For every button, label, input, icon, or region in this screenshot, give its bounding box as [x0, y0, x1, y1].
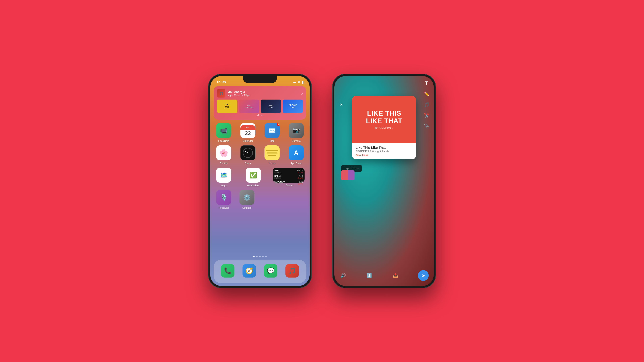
trim-thumbnail[interactable] — [341, 170, 354, 180]
app-camera[interactable]: 📷 Camera — [286, 123, 306, 142]
stock-aapl-symbol: AAPL — [274, 169, 282, 172]
photos-label: Photos — [220, 162, 228, 165]
app-row-2: 🌸 Photos Clock — [214, 145, 306, 165]
notes-line-1 — [266, 150, 278, 151]
notes-line-4 — [268, 155, 276, 156]
stock-divider-1 — [274, 174, 303, 174]
attach-tool-button[interactable]: 📎 — [423, 122, 430, 130]
album-favoritas-label: Mix:favoritas — [246, 104, 252, 108]
app-appstore[interactable]: A App Store — [286, 145, 306, 165]
app-row-1: 📹 FaceTime WED 22 Calendar ✉️ — [214, 123, 306, 142]
dot-5 — [265, 256, 267, 257]
app-mail[interactable]: ✉️ 1 Mail — [262, 123, 282, 142]
stock-row-brl: BRL=X USD/BRL 5,10 -1,36% — [274, 175, 303, 179]
stock-aapl-name: Apple Inc. — [274, 172, 282, 173]
music-widget[interactable]: 🎵 Mix: energia Apple Music de Filipe ♪ C… — [214, 86, 306, 120]
reminders-label: Reminders — [247, 184, 260, 187]
dock-safari[interactable]: 🧭 — [239, 264, 259, 279]
stock-row-aapl: AAPL Apple Inc. 387,11 -0,23% — [274, 169, 303, 173]
facetime-icon: 📹 — [216, 123, 231, 138]
album-replay[interactable]: REPLAY2020 — [283, 99, 303, 113]
dock-phone[interactable]: 📞 — [218, 264, 238, 279]
song-card-service: Apple Music — [356, 154, 412, 156]
widget-header-left: 🎵 Mix: energia Apple Music de Filipe — [217, 89, 250, 97]
stock-brl-symbol: BRL=X — [274, 175, 282, 177]
album-cups[interactable]: CUPSCUPSCUPS — [217, 99, 237, 113]
song-card-artist: BEGINNERS & Night Panda — [356, 150, 412, 153]
album-tones[interactable]: ToNeSANd I — [261, 99, 281, 113]
notch — [243, 76, 277, 83]
music-tool-button[interactable]: 🎵 — [423, 101, 430, 108]
text-tool-button[interactable]: T — [423, 79, 430, 87]
calendar-icon: WED 22 — [240, 123, 256, 138]
phones-container: 15:08 ▪▪▪ ⊛ ▮ 🎵 Mix: energia — [208, 74, 436, 288]
phone2-screen: × T ✏️ 🎵 ✂️ 📎 LIKE THIS LIKE THAT BEGINN… — [334, 76, 434, 286]
stock-aapl-change: -0,23% — [297, 172, 303, 173]
clock-face — [243, 148, 253, 158]
app-podcasts[interactable]: 🎙️ Podcasts — [214, 190, 234, 209]
notes-label: Notes — [269, 162, 275, 165]
music-app-icon: 🎵 — [286, 264, 299, 278]
album-cups-label: CUPSCUPSCUPS — [225, 104, 229, 109]
share-button[interactable]: 📤 — [392, 272, 399, 279]
clock-icon — [240, 145, 256, 160]
album-replay-label: REPLAY2020 — [289, 104, 297, 109]
phone1-screen: 15:08 ▪▪▪ ⊛ ▮ 🎵 Mix: energia — [210, 76, 310, 286]
notes-line-2 — [267, 152, 277, 152]
widget-header: 🎵 Mix: energia Apple Music de Filipe ♪ — [217, 89, 303, 97]
send-button[interactable]: ➤ — [418, 270, 429, 281]
dock-messages[interactable]: 💬 — [260, 264, 281, 279]
album-favoritas[interactable]: Mix:favoritas — [239, 99, 259, 113]
song-card-info: Like This Like That BEGINNERS & Night Pa… — [352, 143, 416, 159]
trim-thumb-half2 — [348, 170, 354, 180]
podcasts-icon: 🎙️ — [216, 190, 231, 205]
volume-button[interactable]: 🔊 — [340, 272, 347, 279]
app-grid: 📹 FaceTime WED 22 Calendar ✉️ — [214, 123, 306, 212]
reminders-icon: ✅ — [246, 168, 261, 183]
stock-gbp-change: -1,07% — [298, 183, 303, 185]
song-card-title: Like This Like That — [356, 146, 412, 150]
maps-icon: 🗺️ — [216, 168, 231, 183]
mail-label: Mail — [270, 139, 274, 142]
settings-icon: ⚙️ — [239, 190, 254, 205]
app-settings[interactable]: ⚙️ Settings — [237, 190, 257, 209]
widget-text: Mix: energia Apple Music de Filipe — [228, 90, 250, 96]
share-top-bar: × T ✏️ 🎵 ✂️ 📎 — [338, 79, 430, 130]
dock: 📞 🧭 💬 🎵 — [214, 260, 306, 283]
photos-icon: 🌸 — [216, 145, 231, 160]
pen-tool-button[interactable]: ✏️ — [423, 90, 430, 97]
settings-label: Settings — [242, 206, 252, 209]
camera-label: Camera — [292, 139, 300, 142]
app-maps[interactable]: 🗺️ Maps — [214, 168, 234, 187]
scissors-tool-button[interactable]: ✂️ — [423, 112, 430, 119]
clock-label: Clock — [245, 162, 251, 165]
safari-icon: 🧭 — [242, 264, 256, 278]
stock-brl-change: -1,36% — [298, 177, 303, 179]
download-button[interactable]: ⬇️ — [366, 272, 373, 279]
stocks-widget: AAPL Apple Inc. 387,11 -0,23% — [273, 168, 304, 183]
close-button[interactable]: × — [338, 101, 345, 108]
messages-icon: 💬 — [264, 264, 278, 278]
facetime-label: FaceTime — [218, 139, 229, 142]
maps-label: Maps — [221, 184, 227, 187]
dock-music[interactable]: 🎵 — [282, 264, 302, 279]
stock-aapl-info: AAPL Apple Inc. — [274, 169, 282, 173]
dot-2 — [256, 256, 258, 257]
app-facetime[interactable]: 📹 FaceTime — [214, 123, 234, 142]
music-note-icon: ♪ — [301, 91, 303, 95]
album-tones-label: ToNeSANd I — [268, 105, 273, 108]
send-icon: ➤ — [422, 273, 425, 278]
appstore-icon: A — [289, 145, 304, 160]
signal-icon: ▪▪▪ — [293, 80, 296, 84]
mail-icon: ✉️ 1 — [264, 123, 280, 138]
app-clock[interactable]: Clock — [238, 145, 258, 165]
app-reminders[interactable]: ✅ Reminders — [243, 168, 263, 187]
app-calendar[interactable]: WED 22 Calendar — [238, 123, 258, 142]
app-notes[interactable]: Notes — [262, 145, 282, 165]
camera-icon: 📷 — [289, 123, 304, 138]
stocks-widget-container[interactable]: AAPL Apple Inc. 387,11 -0,23% — [273, 168, 306, 187]
stock-aapl-price-group: 387,11 -0,23% — [297, 169, 303, 173]
phone1: 15:08 ▪▪▪ ⊛ ▮ 🎵 Mix: energia — [208, 74, 312, 288]
notes-line-3 — [266, 153, 278, 154]
app-photos[interactable]: 🌸 Photos — [214, 145, 234, 165]
